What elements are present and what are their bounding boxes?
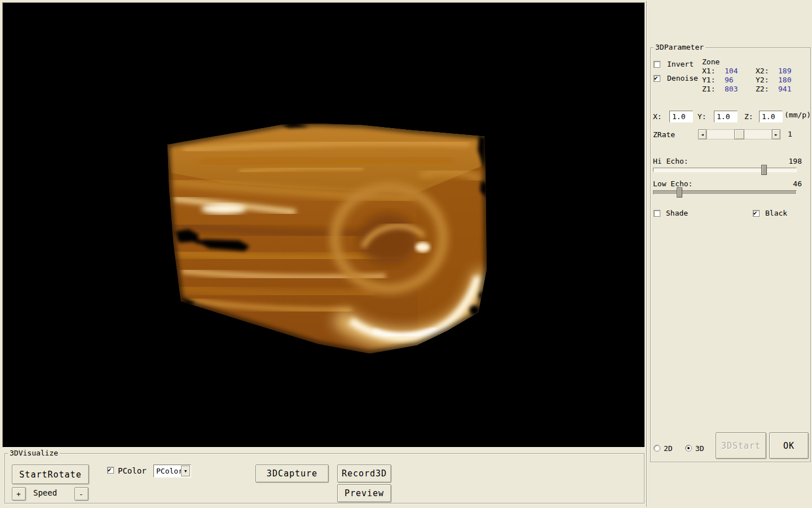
3dcapture-button[interactable]: 3DCapture bbox=[255, 465, 329, 483]
zone-y2-label: Y2: bbox=[756, 76, 769, 84]
zone-x1-label: X1: bbox=[702, 67, 715, 75]
shade-checkbox[interactable] bbox=[654, 210, 660, 217]
zrate-scrollbar-thumb[interactable] bbox=[734, 129, 744, 139]
zone-z1-label: Z1: bbox=[702, 85, 715, 93]
parameter-groupbox: 3DParameter Invert Denoise Zone X1: 104 … bbox=[650, 47, 811, 462]
zone-z1-value: 803 bbox=[725, 85, 738, 93]
zrate-scrollbar[interactable]: ◄ ► bbox=[698, 129, 780, 139]
zrate-left-arrow-icon[interactable]: ◄ bbox=[698, 129, 707, 139]
black-checkbox[interactable] bbox=[753, 210, 760, 217]
preview-button[interactable]: Preview bbox=[337, 484, 391, 502]
denoise-checkbox[interactable] bbox=[654, 75, 660, 82]
zone-z2-label: Z2: bbox=[756, 85, 769, 93]
zone-x2-label: X2: bbox=[756, 67, 769, 75]
parameter-panel: 3DParameter Invert Denoise Zone X1: 104 … bbox=[646, 1, 812, 507]
shade-label: Shade bbox=[666, 209, 688, 217]
pcolor-dropdown-value: PColor bbox=[156, 467, 183, 475]
zone-y1-label: Y1: bbox=[702, 76, 715, 84]
hi-echo-slider[interactable] bbox=[653, 168, 797, 172]
zone-x1-value: 104 bbox=[725, 67, 738, 75]
scale-y-input[interactable] bbox=[714, 111, 738, 122]
render-viewport[interactable] bbox=[2, 2, 645, 448]
parameter-group-title: 3DParameter bbox=[654, 43, 705, 52]
denoise-label: Denoise bbox=[667, 75, 698, 82]
zrate-label: ZRate bbox=[653, 131, 675, 139]
scale-unit-label: (mm/p) bbox=[784, 111, 811, 119]
invert-label: Invert bbox=[667, 60, 694, 68]
pcolor-checkbox-label: PColor bbox=[118, 467, 147, 475]
zone-label: Zone bbox=[702, 58, 720, 66]
speed-plus-button[interactable]: + bbox=[12, 487, 26, 501]
mode-3d-label: 3D bbox=[695, 445, 704, 453]
mode-2d-radio[interactable] bbox=[654, 445, 660, 452]
record3d-button[interactable]: Record3D bbox=[337, 465, 391, 483]
speed-minus-button[interactable]: - bbox=[74, 487, 89, 501]
zrate-value: 1 bbox=[788, 130, 792, 138]
speed-label: Speed bbox=[33, 489, 57, 497]
zone-y2-value: 180 bbox=[778, 76, 791, 84]
visualize-group-title: 3DVisualize bbox=[8, 449, 60, 458]
low-echo-slider[interactable] bbox=[653, 190, 797, 195]
volume-render-image bbox=[3, 3, 645, 447]
mode-2d-label: 2D bbox=[664, 445, 673, 453]
ok-button[interactable]: OK bbox=[769, 432, 809, 459]
low-echo-value: 46 bbox=[775, 180, 802, 188]
3dstart-button[interactable]: 3DStart bbox=[716, 432, 766, 459]
scale-x-input[interactable] bbox=[669, 111, 693, 122]
zone-x2-value: 189 bbox=[778, 67, 791, 75]
low-echo-slider-thumb[interactable] bbox=[677, 187, 682, 198]
black-label: Black bbox=[765, 209, 787, 217]
visualize-groupbox: 3DVisualize StartRotate + Speed - PColor… bbox=[5, 453, 645, 503]
pcolor-checkbox[interactable] bbox=[107, 467, 114, 474]
scale-x-label: X: bbox=[653, 113, 662, 121]
scale-y-label: Y: bbox=[698, 113, 707, 121]
zrate-right-arrow-icon[interactable]: ► bbox=[772, 129, 780, 139]
invert-checkbox[interactable] bbox=[654, 61, 660, 68]
scale-z-input[interactable] bbox=[759, 111, 783, 122]
hi-echo-slider-thumb[interactable] bbox=[761, 165, 767, 175]
hi-echo-value: 198 bbox=[775, 157, 802, 165]
zone-y1-value: 96 bbox=[725, 76, 734, 84]
pcolor-dropdown[interactable]: PColor ▼ bbox=[153, 465, 191, 478]
hi-echo-label: Hi Echo: bbox=[653, 157, 689, 165]
zone-z2-value: 941 bbox=[778, 85, 791, 93]
mode-3d-radio[interactable] bbox=[685, 445, 692, 452]
pcolor-dropdown-arrow-icon[interactable]: ▼ bbox=[181, 466, 190, 476]
start-rotate-button[interactable]: StartRotate bbox=[12, 465, 89, 484]
scale-z-label: Z: bbox=[744, 113, 753, 121]
low-echo-label: Low Echo: bbox=[653, 180, 692, 188]
